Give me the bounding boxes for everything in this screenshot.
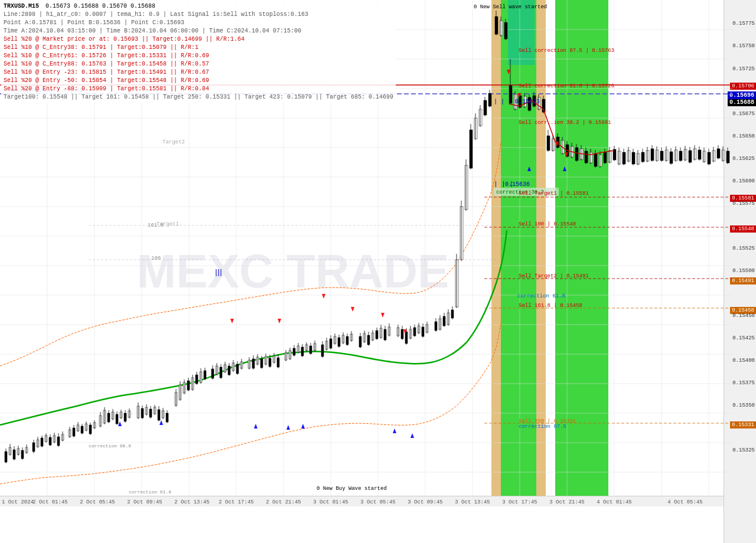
time-label-13: 4 Oct 01:45 <box>597 499 631 505</box>
price-label-5: 0.15625 <box>732 156 755 162</box>
svg-text:0 New Sell wave started: 0 New Sell wave started <box>474 4 547 10</box>
svg-marker-369 <box>527 166 531 171</box>
sell-line-5: Sell %20 @ Entry -50: 0.15854 | Target:0… <box>4 77 393 85</box>
svg-rect-320 <box>656 150 659 161</box>
svg-text:Sell 161.8 | 0.15458: Sell 161.8 | 0.15458 <box>519 303 582 309</box>
svg-rect-300 <box>608 151 611 162</box>
svg-text:Sell Target1 | 0.15581: Sell Target1 | 0.15581 <box>519 191 589 197</box>
svg-rect-298 <box>604 152 607 163</box>
ohlc: 0.15673 0.15688 0.15670 0.15688 <box>45 3 155 9</box>
price-label-12: 0.15400 <box>732 358 755 364</box>
sell-line-6: Sell %20 @ Entry -88: 0.15909 | Target:0… <box>4 85 393 93</box>
svg-text:100: 100 <box>151 256 161 261</box>
chart-container: MEXC TRADE .candle-bull { stroke: #000; … <box>0 0 756 543</box>
price-label-14: 0.15350 <box>732 403 755 408</box>
svg-marker-354 <box>322 294 325 299</box>
info-panel: TRXUSD.M15 0.15673 0.15688 0.15670 0.156… <box>1 1 396 103</box>
svg-rect-294 <box>594 153 597 166</box>
price-label-8: 0.15525 <box>732 246 755 251</box>
svg-rect-332 <box>684 149 687 160</box>
time-label-3: 2 Oct 09:45 <box>127 499 162 505</box>
time-label-12: 3 Oct 21:45 <box>549 499 584 505</box>
time-label-8: 3 Oct 05:45 <box>360 499 395 505</box>
time-label-10: 3 Oct 13:45 <box>455 499 490 505</box>
svg-rect-338 <box>698 150 701 159</box>
svg-rect-254 <box>500 21 503 35</box>
svg-rect-240 <box>465 165 468 210</box>
time-label-9: 3 Oct 09:45 <box>408 499 442 505</box>
svg-rect-322 <box>660 151 663 161</box>
svg-text:0 New Buy Wave started: 0 New Buy Wave started <box>317 486 387 492</box>
price-label-1: 0.15750 <box>732 43 755 49</box>
svg-rect-336 <box>693 149 696 159</box>
svg-rect-250 <box>488 93 491 106</box>
svg-rect-244 <box>474 118 477 139</box>
svg-rect-344 <box>712 151 715 161</box>
svg-rect-296 <box>599 155 602 166</box>
targets-line: Target100: 0.15548 || Target 161: 0.1545… <box>4 93 393 102</box>
info-line1: Line:2898 | h1_atr_c0: 0.0007 | tema_h1:… <box>4 11 393 19</box>
svg-marker-355 <box>351 307 354 312</box>
symbol-line: TRXUSD.M15 0.15673 0.15688 0.15670 0.156… <box>4 2 393 11</box>
svg-text:Sell correction 87.5 | 0.15763: Sell correction 87.5 | 0.15763 <box>519 48 614 54</box>
svg-rect-304 <box>618 151 621 164</box>
svg-rect-310 <box>632 152 635 164</box>
price-label-9: 0.15500 <box>732 268 755 274</box>
svg-text:| | | 0.15693: | | | 0.15693 <box>494 99 540 105</box>
svg-text:Target1: Target1 <box>157 221 179 227</box>
time-label-5: 2 Oct 17:45 <box>219 499 253 505</box>
svg-text:Sell Target2 | 0.15491: Sell Target2 | 0.15491 <box>519 273 589 279</box>
svg-marker-352 <box>230 319 234 323</box>
svg-rect-290 <box>585 151 588 163</box>
svg-marker-368 <box>410 433 414 438</box>
time-label-2: 2 Oct 05:45 <box>80 499 115 505</box>
svg-rect-314 <box>641 152 644 162</box>
svg-rect-242 <box>470 130 472 168</box>
svg-marker-365 <box>286 425 290 430</box>
svg-rect-330 <box>679 151 682 161</box>
time-axis: 1 Oct 2024 2 Oct 01:45 2 Oct 05:45 2 Oct… <box>0 496 732 506</box>
sell-line-3: Sell %10 @ C_Entry88: 0.15763 | Target:0… <box>4 60 393 68</box>
price-15491: 0.15491 <box>730 277 756 284</box>
svg-marker-366 <box>301 424 305 428</box>
svg-marker-370 <box>563 166 566 171</box>
svg-rect-292 <box>589 152 592 163</box>
svg-rect-252 <box>495 17 498 34</box>
price-label-13: 0.15375 <box>732 380 755 386</box>
time-label-0: 1 Oct 2024 <box>2 499 34 505</box>
price-15706: 0.15706 <box>730 83 756 90</box>
svg-rect-318 <box>651 149 654 161</box>
svg-rect-346 <box>717 149 720 158</box>
svg-rect-328 <box>674 150 677 161</box>
svg-rect-246 <box>479 109 482 126</box>
svg-text:Sell corr..ion 38.2 | 0.15691: Sell corr..ion 38.2 | 0.15691 <box>519 120 611 126</box>
time-label-4: 2 Oct 13:45 <box>174 499 209 505</box>
svg-text:Target2: Target2 <box>162 139 185 145</box>
svg-rect-308 <box>627 151 630 161</box>
price-label-15: 0.15325 <box>732 447 755 453</box>
svg-rect-238 <box>460 207 463 260</box>
sell-line-0: Sell %20 @ Market price or at: 0.15693 |… <box>4 35 393 44</box>
price-label-4: 0.15650 <box>732 133 755 139</box>
svg-text:Sell correction 61.8 | 0.15726: Sell correction 61.8 | 0.15726 <box>519 83 614 89</box>
sell-line-1: Sell %10 @ C_Entry38: 0.15791 | Target:0… <box>4 44 393 52</box>
svg-rect-334 <box>689 151 692 162</box>
svg-text:correction 61.8: correction 61.8 <box>517 293 565 299</box>
sell-line-2: Sell %10 @ C_Entry61: 0.15726 | Target:0… <box>4 52 393 60</box>
symbol: TRXUSD.M15 <box>4 3 39 9</box>
svg-rect-256 <box>504 22 507 39</box>
price-15331: 0.15331 <box>730 421 756 428</box>
svg-text:correction 87.5: correction 87.5 <box>519 424 566 430</box>
svg-rect-306 <box>623 152 625 164</box>
svg-text:correction 88.6: correction 88.6 <box>89 443 131 449</box>
svg-marker-353 <box>278 319 281 323</box>
svg-text:Sell 100 | 0.15548: Sell 100 | 0.15548 <box>519 221 576 227</box>
svg-rect-276 <box>552 139 555 151</box>
chart-area: MEXC TRADE .candle-bull { stroke: #000; … <box>0 0 732 543</box>
svg-marker-367 <box>393 428 396 433</box>
time-label-11: 3 Oct 17:45 <box>502 499 537 505</box>
svg-rect-312 <box>637 153 640 164</box>
price-label-10: 0.15450 <box>732 313 755 319</box>
svg-rect-348 <box>722 150 725 161</box>
svg-text:0.15636: 0.15636 <box>505 181 530 188</box>
